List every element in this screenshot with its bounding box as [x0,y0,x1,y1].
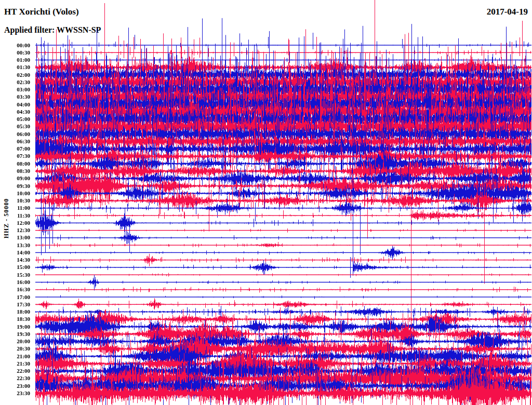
time-label: 00:00 [6,43,30,48]
time-label: 03:00 [6,87,30,92]
time-label: 10:00 [6,191,30,196]
time-label: 08:00 [6,161,30,167]
time-label: 13:30 [6,242,30,248]
time-label: 12:00 [6,220,30,226]
time-label: 04:00 [6,102,30,107]
time-label: 15:00 [6,264,30,270]
time-label: 11:30 [6,213,30,219]
time-label: 07:30 [6,153,30,159]
time-label: 08:30 [6,168,30,174]
time-label: 22:30 [6,375,30,381]
time-label: 16:00 [6,279,30,285]
time-label: 19:00 [6,324,30,330]
time-label: 04:30 [6,109,30,115]
seismogram-traces-canvas [0,0,532,405]
time-label: 21:00 [6,354,30,359]
time-label: 02:00 [6,72,30,78]
time-label: 23:30 [6,390,30,396]
time-label: 19:30 [6,331,30,337]
time-label: 15:30 [6,272,30,278]
time-label: 05:30 [6,124,30,129]
helicorder-view: HT Xorichti (Volos) 2017-04-19 Applied f… [0,0,532,405]
time-label: 14:30 [6,257,30,263]
time-label: 16:30 [6,287,30,292]
time-label: 03:30 [6,94,30,100]
time-label: 06:00 [6,131,30,137]
time-label: 12:30 [6,227,30,233]
time-label: 00:30 [6,50,30,56]
time-label: 01:30 [6,64,30,70]
time-label: 20:00 [6,339,30,344]
time-label: 18:00 [6,309,30,315]
time-label: 17:00 [6,294,30,300]
time-label: 23:00 [6,383,30,389]
time-label: 13:00 [6,235,30,240]
time-label: 09:30 [6,183,30,189]
time-label: 01:00 [6,57,30,63]
time-label: 18:30 [6,316,30,322]
time-label: 14:00 [6,250,30,255]
time-label: 05:00 [6,116,30,122]
time-label: 17:30 [6,302,30,307]
time-label: 07:00 [6,146,30,152]
time-label: 11:00 [6,205,30,211]
time-label: 09:00 [6,176,30,181]
time-label: 06:30 [6,139,30,144]
time-label: 21:30 [6,361,30,367]
time-label: 20:30 [6,346,30,352]
time-label: 02:30 [6,79,30,85]
time-label: 10:30 [6,198,30,204]
time-label: 22:00 [6,368,30,374]
